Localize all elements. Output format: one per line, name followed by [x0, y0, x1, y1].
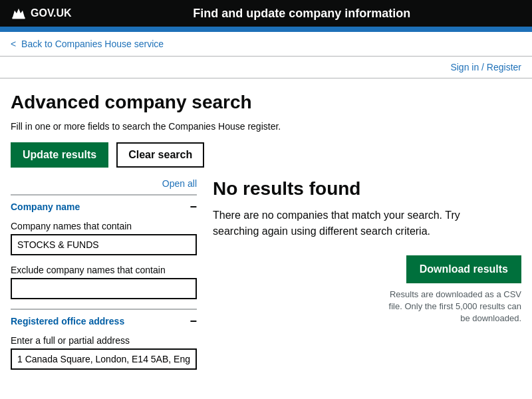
- nav-bar: < Back to Companies House service: [0, 32, 532, 57]
- header-title: Find and update company information: [82, 7, 521, 21]
- download-results-button[interactable]: Download results: [406, 255, 521, 283]
- company-name-fields: Company names that contain Exclude compa…: [11, 221, 197, 309]
- back-link-label: Back to Companies House service: [21, 39, 164, 49]
- gov-logo: GOV.UK: [11, 5, 72, 21]
- page-subtitle: Fill in one or more fields to search the…: [11, 121, 521, 132]
- two-col-layout: Open all Company name − Company names th…: [11, 178, 521, 379]
- page-title: Advanced company search: [11, 92, 521, 113]
- company-name-section-title: Company name: [11, 201, 80, 212]
- download-note: Results are downloaded as a CSV file. On…: [388, 289, 521, 325]
- company-name-toggle[interactable]: −: [190, 201, 197, 213]
- update-results-button[interactable]: Update results: [11, 142, 108, 168]
- download-area: Download results Results are downloaded …: [213, 255, 521, 325]
- company-name-exclude-input[interactable]: [11, 278, 197, 299]
- back-chevron-icon: <: [11, 39, 16, 49]
- address-input[interactable]: [11, 348, 197, 370]
- exclude-label: Exclude company names that contain: [11, 265, 197, 275]
- no-results-text: There are no companies that match your s…: [213, 207, 492, 239]
- buttons-row: Update results Clear search: [11, 142, 521, 168]
- crown-icon: [11, 5, 27, 21]
- open-all-row: Open all: [11, 178, 197, 189]
- clear-search-button[interactable]: Clear search: [116, 142, 204, 168]
- open-all-link[interactable]: Open all: [162, 178, 197, 189]
- registered-office-section-header: Registered office address −: [11, 309, 197, 327]
- svg-rect-1: [12, 17, 25, 19]
- logo-text: GOV.UK: [31, 7, 72, 19]
- registered-office-section-title: Registered office address: [11, 316, 124, 327]
- back-link[interactable]: < Back to Companies House service: [11, 39, 164, 49]
- results-panel: No results found There are no companies …: [213, 178, 521, 379]
- company-name-contains-input[interactable]: [11, 234, 197, 255]
- main-content: Advanced company search Fill in one or m…: [0, 78, 532, 392]
- gov-header: GOV.UK Find and update company informati…: [0, 0, 532, 27]
- registered-office-fields: Enter a full or partial address: [11, 335, 197, 379]
- no-results-title: No results found: [213, 178, 521, 200]
- svg-marker-0: [13, 9, 25, 17]
- signin-link[interactable]: Sign in / Register: [450, 62, 521, 72]
- registered-office-toggle[interactable]: −: [190, 315, 197, 327]
- blue-bar: [0, 27, 532, 32]
- company-name-section-header: Company name −: [11, 194, 197, 213]
- signin-row: Sign in / Register: [0, 57, 532, 78]
- contains-label: Company names that contain: [11, 221, 197, 231]
- address-label: Enter a full or partial address: [11, 335, 197, 346]
- search-form: Open all Company name − Company names th…: [11, 178, 197, 379]
